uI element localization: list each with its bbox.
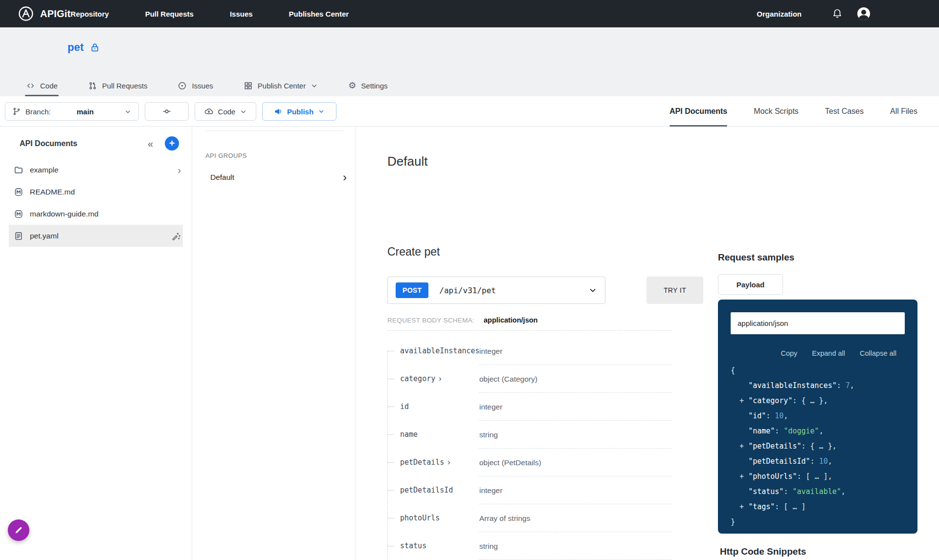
branch-selector[interactable]: Branch: main xyxy=(5,102,139,121)
code-icon xyxy=(26,81,35,90)
tab-code-label: Code xyxy=(40,82,58,90)
cloud-download-icon xyxy=(204,107,214,116)
schema-field-row[interactable]: id› integer xyxy=(387,393,672,421)
group-page-title: Default xyxy=(387,154,427,169)
tree-tick xyxy=(387,379,394,379)
gear-icon: ⚙ xyxy=(348,81,356,90)
endpoint-path: /api/v31/pet xyxy=(439,286,496,295)
tree-tick xyxy=(387,490,394,491)
groups-divider xyxy=(205,130,343,131)
field-type: Array of strings xyxy=(479,514,530,523)
file-label: pet.yaml xyxy=(30,232,59,240)
chevron-down-icon xyxy=(318,108,325,115)
publish-button[interactable]: Publish xyxy=(262,102,336,121)
operation-title: Create pet xyxy=(387,245,440,258)
tab-settings[interactable]: ⚙ Settings xyxy=(347,75,388,96)
edit-fab-button[interactable] xyxy=(8,519,29,541)
top-nav-item[interactable]: Pull Requests xyxy=(145,10,194,18)
api-group-row[interactable]: Default › xyxy=(205,168,347,187)
folder-icon xyxy=(14,165,23,175)
tab-pull-requests[interactable]: Pull Requests xyxy=(87,75,149,96)
code-action-link[interactable]: Expand all xyxy=(812,349,845,357)
field-name: availableInstances› xyxy=(400,346,480,355)
file-row-example[interactable]: example › xyxy=(0,159,192,181)
top-navigation: APIGit Repository Pull Requests Issues P… xyxy=(0,0,939,27)
view-tab-label: All Files xyxy=(890,107,917,116)
add-document-button[interactable]: + xyxy=(165,136,179,151)
user-avatar[interactable] xyxy=(857,7,870,20)
file-row-markdown-guide[interactable]: markdown-guide.md xyxy=(0,203,192,225)
endpoint-selector[interactable]: POST /api/v31/pet xyxy=(387,277,605,304)
schema-label: REQUEST BODY SCHEMA: xyxy=(387,317,474,324)
branch-value: main xyxy=(77,108,94,116)
view-tab-label: Test Cases xyxy=(825,107,864,116)
repository-tabs: Code Pull Requests Issues xyxy=(25,75,417,96)
schema-field-row[interactable]: photoUrls› Array of strings xyxy=(387,504,672,532)
top-nav-item[interactable]: Publishes Center xyxy=(289,10,349,18)
expand-chevron-icon[interactable]: › xyxy=(447,458,450,466)
repository-name[interactable]: pet xyxy=(67,41,84,54)
schema-field-row[interactable]: petDetailsId› integer xyxy=(387,476,672,504)
tab-issues-label: Issues xyxy=(192,82,213,90)
view-tab[interactable]: All Files xyxy=(890,96,917,127)
expand-chevron-icon[interactable]: › xyxy=(439,374,441,383)
code-download-button[interactable]: Code xyxy=(195,102,256,121)
api-groups-panel: API GROUPS Default › xyxy=(192,127,356,560)
view-tabs: API Documents Mock Scripts Test Cases Al… xyxy=(670,96,917,127)
request-body-schema: REQUEST BODY SCHEMA: application/json xyxy=(387,316,537,324)
notifications-bell-icon[interactable] xyxy=(832,8,843,19)
view-tab[interactable]: Mock Scripts xyxy=(754,96,799,127)
collapse-sidebar-icon[interactable]: « xyxy=(148,139,153,149)
avatar-body xyxy=(859,15,869,20)
field-type: object (Category) xyxy=(479,375,537,384)
tab-issues[interactable]: Issues xyxy=(177,75,214,96)
magic-wand-icon[interactable] xyxy=(170,231,181,241)
chevron-right-icon[interactable]: › xyxy=(178,165,181,175)
api-groups-title: API GROUPS xyxy=(205,152,247,159)
tab-code[interactable]: Code xyxy=(25,75,59,96)
file-row-readme[interactable]: README.md xyxy=(0,181,192,203)
field-type: integer xyxy=(479,347,502,356)
tab-settings-label: Settings xyxy=(361,82,387,90)
markdown-file-icon xyxy=(14,209,23,219)
avatar-head xyxy=(861,10,866,15)
branch-label: Branch: xyxy=(25,108,51,116)
pencil-icon xyxy=(14,525,23,535)
schema-field-row[interactable]: category› object (Category) xyxy=(387,365,672,393)
sample-json-code[interactable]: { "availableInstances": 7, + "category":… xyxy=(731,363,913,530)
code-action-link[interactable]: Collapse all xyxy=(860,349,896,357)
commits-button[interactable] xyxy=(145,102,189,121)
content-type-input[interactable] xyxy=(731,312,905,334)
view-tab[interactable]: API Documents xyxy=(670,96,727,127)
brand[interactable]: APIGit xyxy=(18,5,70,22)
tree-tick xyxy=(387,546,394,546)
publish-button-label: Publish xyxy=(287,108,313,116)
schema-field-row[interactable]: petDetails› object (PetDetails) xyxy=(387,449,672,476)
pull-request-icon xyxy=(88,81,97,90)
schema-field-row[interactable]: name› string xyxy=(387,421,672,449)
field-type: string xyxy=(479,431,498,439)
field-name: id› xyxy=(400,402,409,411)
file-row-pet-yaml[interactable]: pet.yaml xyxy=(9,225,183,247)
tree-tick xyxy=(387,407,394,407)
organization-link[interactable]: Organization xyxy=(757,10,802,18)
view-tab[interactable]: Test Cases xyxy=(825,96,864,127)
plus-icon: + xyxy=(169,138,175,148)
top-nav-item[interactable]: Repository xyxy=(70,10,109,18)
method-badge: POST xyxy=(396,282,428,298)
schema-fields: availableInstances› integer category› ob… xyxy=(387,337,672,560)
chevron-down-icon xyxy=(124,108,132,115)
top-nav-items: Repository Pull Requests Issues Publishe… xyxy=(70,10,349,18)
schema-field-row[interactable]: status› string xyxy=(387,532,672,560)
field-name: category› xyxy=(400,374,442,383)
tree-tick xyxy=(387,462,394,463)
document-main: Default Create pet POST /api/v31/pet TRY… xyxy=(356,127,718,560)
schema-field-row[interactable]: availableInstances› integer xyxy=(387,337,672,365)
code-action-link[interactable]: Copy xyxy=(781,349,797,357)
payload-tab[interactable]: Payload xyxy=(718,274,783,295)
tab-publish-center[interactable]: Publish Center xyxy=(243,75,319,96)
try-it-button[interactable]: TRY IT xyxy=(647,277,703,304)
field-type: integer xyxy=(479,486,502,495)
chevron-down-icon xyxy=(311,82,318,89)
top-nav-item[interactable]: Issues xyxy=(230,10,253,18)
